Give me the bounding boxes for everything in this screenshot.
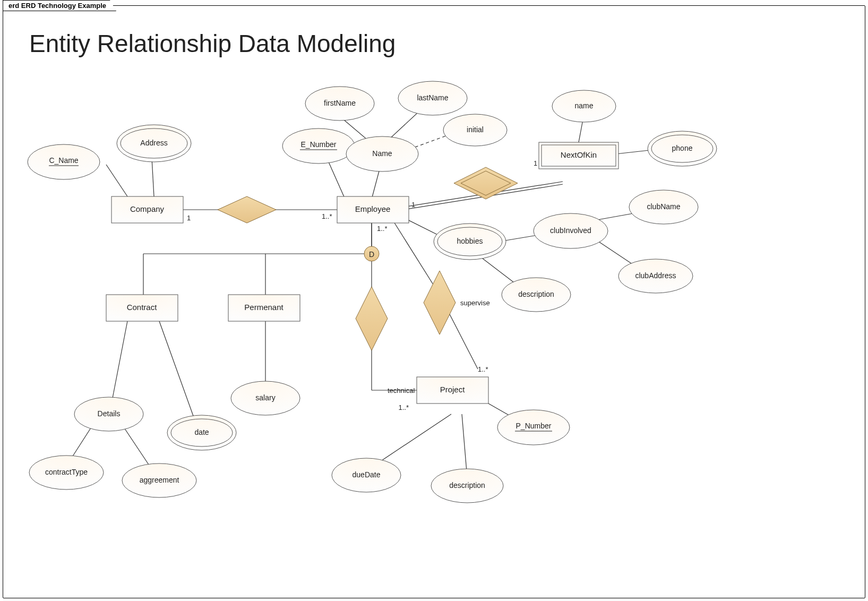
svg-line-23: [159, 321, 196, 425]
attr-aggreement: aggreement: [122, 463, 196, 497]
attr-c-name: C_Name: [28, 144, 100, 179]
svg-text:Permenant: Permenant: [244, 303, 283, 312]
label-supervise: supervise: [460, 299, 490, 307]
entity-permanent: Permenant: [228, 295, 300, 321]
card-emp-proj: 1..*: [377, 225, 388, 233]
attr-firstname: firstName: [305, 87, 374, 121]
attr-duedate: dueDate: [332, 458, 401, 492]
svg-marker-34: [454, 167, 518, 199]
attr-clubinvolved: clubInvolved: [534, 213, 608, 248]
attr-clubaddress: clubAddress: [618, 259, 693, 293]
entity-contract: Contract: [106, 295, 178, 321]
svg-text:clubInvolved: clubInvolved: [550, 226, 591, 235]
attr-details: Details: [74, 397, 143, 431]
svg-text:Address: Address: [140, 139, 167, 147]
attr-address: Address: [117, 125, 191, 162]
svg-text:Project: Project: [440, 385, 466, 394]
disjoint-indicator: D: [364, 246, 379, 261]
svg-text:aggreement: aggreement: [140, 476, 179, 484]
attr-hobbies: hobbies: [434, 224, 506, 260]
svg-text:P_Number: P_Number: [516, 422, 552, 430]
svg-text:Details: Details: [98, 409, 121, 418]
svg-text:hobbies: hobbies: [457, 237, 483, 245]
rel-technical: [356, 287, 388, 350]
attr-nok-phone: phone: [648, 131, 717, 166]
svg-text:description: description: [449, 481, 485, 490]
svg-text:clubName: clubName: [647, 202, 680, 211]
svg-text:contractType: contractType: [45, 468, 88, 476]
svg-line-31: [372, 414, 451, 467]
svg-text:C_Name: C_Name: [49, 156, 78, 165]
svg-text:NextOfKin: NextOfKin: [561, 150, 597, 159]
svg-text:dueDate: dueDate: [353, 470, 381, 479]
attr-name-composite: Name: [346, 136, 418, 171]
svg-text:clubAddress: clubAddress: [635, 271, 676, 280]
attr-proj-desc: description: [431, 469, 503, 503]
svg-text:phone: phone: [672, 144, 693, 152]
svg-text:lastName: lastName: [417, 93, 448, 102]
svg-line-29: [393, 220, 440, 295]
diagram-frame: erd ERD Technology Example Entity Relati…: [0, 0, 868, 601]
label-technical: technical: [388, 387, 415, 394]
svg-text:description: description: [518, 290, 554, 298]
entity-company: Company: [111, 196, 183, 223]
entity-nextofkin: NextOfKin: [539, 142, 618, 169]
svg-text:Company: Company: [130, 204, 165, 213]
entity-project: Project: [417, 377, 488, 403]
rel-supervise: [424, 271, 456, 334]
attr-lastname: lastName: [398, 81, 467, 115]
attr-p-number: P_Number: [497, 410, 570, 445]
attr-clubname: clubName: [629, 190, 698, 224]
attr-date: date: [167, 415, 236, 450]
card-nok: 1: [534, 159, 537, 167]
svg-text:initial: initial: [467, 125, 484, 134]
svg-text:name: name: [574, 101, 593, 110]
erd-canvas: D Company Employee NextOfKin Contract Pe…: [0, 0, 868, 601]
svg-text:D: D: [369, 250, 374, 259]
card-emp-nok: 1: [411, 201, 415, 209]
svg-line-32: [462, 414, 467, 478]
attr-nok-name: name: [552, 90, 616, 122]
entity-employee: Employee: [337, 196, 409, 223]
svg-line-22: [111, 321, 127, 403]
card-company: 1: [187, 214, 191, 222]
attr-initial: initial: [443, 114, 507, 146]
rel-company-employee: [218, 196, 276, 223]
attr-e-number: E_Number: [282, 128, 355, 164]
card-proj-tech: 1..*: [398, 403, 409, 411]
attr-salary: salary: [231, 381, 300, 415]
svg-line-0: [106, 165, 127, 196]
svg-text:Name: Name: [372, 149, 392, 158]
svg-text:salary: salary: [255, 393, 275, 402]
svg-text:E_Number: E_Number: [301, 140, 337, 149]
svg-text:firstName: firstName: [324, 99, 356, 107]
svg-text:date: date: [194, 428, 209, 436]
card-proj-sup: 1..*: [478, 365, 488, 373]
attr-contracttype: contractType: [29, 456, 104, 490]
card-emp-company: 1..*: [322, 212, 332, 220]
attr-hobby-desc: description: [502, 278, 571, 312]
rel-employee-nextofkin: [454, 167, 518, 199]
svg-text:Employee: Employee: [355, 204, 391, 213]
svg-text:Contract: Contract: [127, 303, 158, 312]
